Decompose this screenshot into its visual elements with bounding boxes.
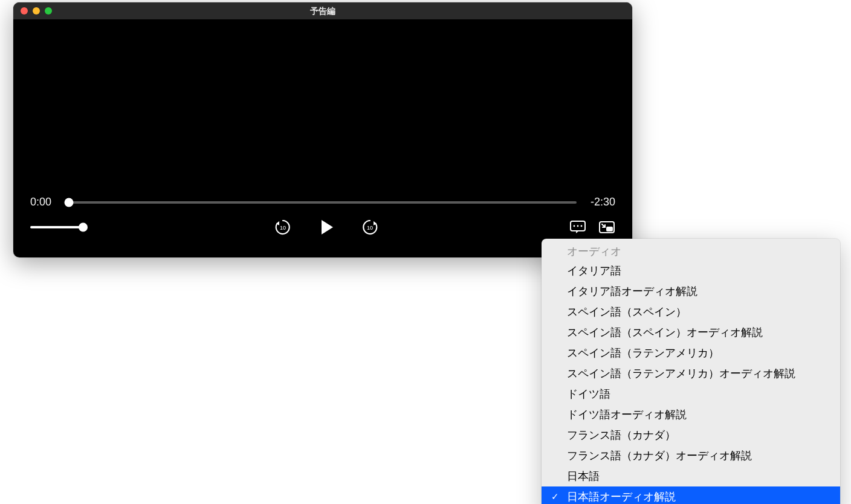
volume-slider[interactable]: [30, 226, 83, 228]
menu-item-label: ドイツ語: [567, 388, 610, 400]
svg-point-5: [581, 225, 583, 227]
check-icon: ✓: [551, 490, 559, 504]
maximize-icon[interactable]: [45, 7, 52, 15]
progress-slider[interactable]: [69, 201, 577, 204]
menu-item-audio-7[interactable]: ドイツ語オーディオ解説: [542, 404, 840, 425]
svg-text:10: 10: [367, 225, 373, 231]
menu-item-audio-2[interactable]: スペイン語（スペイン）: [542, 302, 840, 322]
menu-item-audio-5[interactable]: スペイン語（ラテンアメリカ）オーディオ解説: [542, 363, 840, 384]
play-icon[interactable]: [316, 217, 337, 237]
svg-point-4: [577, 225, 579, 227]
svg-point-3: [574, 225, 575, 227]
menu-item-audio-3[interactable]: スペイン語（スペイン）オーディオ解説: [542, 322, 840, 343]
skip-forward-10-icon[interactable]: 10: [361, 218, 379, 236]
right-controls: [569, 220, 615, 234]
progress-row: 0:00 -2:30: [30, 196, 615, 208]
elapsed-time: 0:00: [30, 196, 58, 208]
menu-item-audio-0[interactable]: イタリア語: [542, 260, 840, 281]
menu-item-label: フランス語（カナダ）: [567, 429, 676, 441]
menu-item-label: スペイン語（ラテンアメリカ）オーディオ解説: [567, 367, 795, 380]
video-content-area[interactable]: [13, 19, 632, 190]
menu-item-audio-11[interactable]: ✓日本語オーディオ解説: [542, 486, 840, 504]
menu-item-label: イタリア語オーディオ解説: [567, 285, 697, 297]
menu-header-audio: オーディオ: [542, 242, 840, 260]
menu-item-label: スペイン語（ラテンアメリカ）: [567, 347, 719, 359]
remaining-time: -2:30: [587, 196, 615, 208]
progress-knob-icon[interactable]: [65, 198, 74, 207]
svg-rect-7: [606, 227, 613, 231]
menu-item-label: スペイン語（スペイン）: [567, 306, 687, 318]
menu-item-audio-1[interactable]: イタリア語オーディオ解説: [542, 281, 840, 302]
subtitles-icon[interactable]: [569, 220, 586, 234]
menu-item-audio-9[interactable]: フランス語（カナダ）オーディオ解説: [542, 445, 840, 466]
menu-item-label: イタリア語: [567, 265, 621, 277]
menu-item-label: 日本語: [567, 470, 600, 482]
menu-item-audio-4[interactable]: スペイン語（ラテンアメリカ）: [542, 343, 840, 363]
close-icon[interactable]: [21, 7, 28, 15]
video-player-window: 予告編 0:00 -2:30 10: [13, 2, 632, 257]
picture-in-picture-icon[interactable]: [598, 221, 615, 234]
audio-track-menu: オーディオ イタリア語イタリア語オーディオ解説スペイン語（スペイン）スペイン語（…: [542, 239, 840, 504]
menu-item-label: ドイツ語オーディオ解説: [567, 409, 687, 421]
bottom-controls-row: 10 10: [30, 217, 615, 237]
menu-item-label: フランス語（カナダ）オーディオ解説: [567, 450, 752, 462]
svg-text:10: 10: [280, 225, 286, 231]
player-controls: 0:00 -2:30 10: [13, 190, 632, 248]
skip-back-10-icon[interactable]: 10: [274, 218, 292, 236]
volume-knob-icon[interactable]: [79, 223, 88, 232]
menu-item-audio-10[interactable]: 日本語: [542, 466, 840, 486]
window-traffic-lights: [21, 7, 52, 15]
title-bar: 予告編: [13, 2, 632, 19]
menu-item-audio-8[interactable]: フランス語（カナダ）: [542, 425, 840, 445]
minimize-icon[interactable]: [33, 7, 40, 15]
menu-item-label: 日本語オーディオ解説: [567, 491, 676, 503]
menu-item-audio-6[interactable]: ドイツ語: [542, 384, 840, 404]
window-title: 予告編: [13, 2, 632, 19]
menu-item-label: スペイン語（スペイン）オーディオ解説: [567, 326, 763, 338]
transport-controls: 10 10: [274, 217, 379, 237]
